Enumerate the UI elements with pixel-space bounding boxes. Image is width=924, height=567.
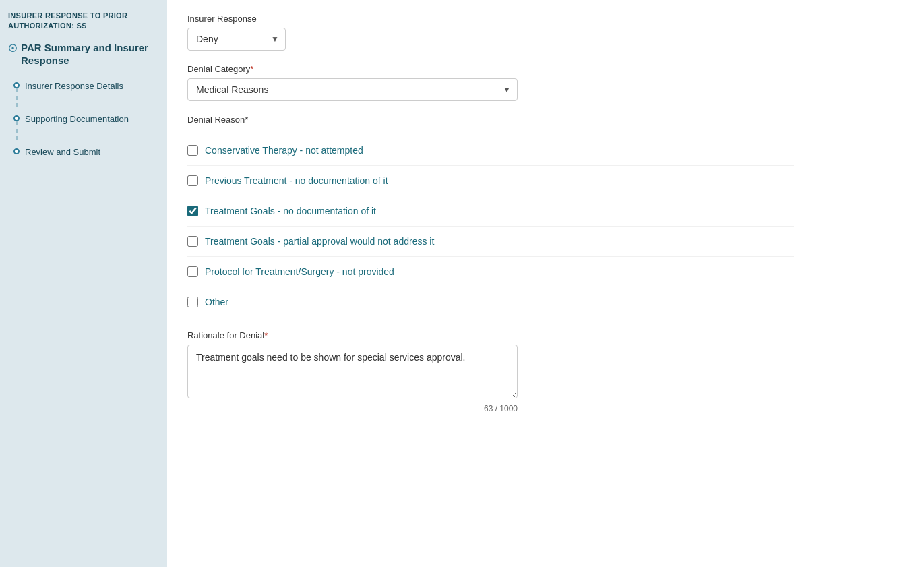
checkbox-label-6[interactable]: Other xyxy=(205,297,228,307)
checkbox-treatment-goals-docs[interactable] xyxy=(187,206,198,216)
sidebar-items-list: Insurer Response Details Supporting Docu… xyxy=(8,77,159,162)
checkbox-label-3[interactable]: Treatment Goals - no documentation of it xyxy=(205,206,376,216)
dot-icon-2 xyxy=(13,115,20,121)
sidebar-item-review-submit[interactable]: Review and Submit xyxy=(13,143,159,162)
checkbox-other[interactable] xyxy=(187,297,198,307)
checkbox-previous-treatment[interactable] xyxy=(187,175,198,186)
checkbox-treatment-goals-partial[interactable] xyxy=(187,236,198,247)
rationale-textarea[interactable]: Treatment goals need to be shown for spe… xyxy=(187,345,518,398)
checkbox-protocol-surgery[interactable] xyxy=(187,266,198,277)
connector-line xyxy=(16,88,18,107)
sidebar-par-summary[interactable]: ☉ PAR Summary and Insurer Response xyxy=(8,41,159,67)
denial-reason-label: Denial Reason* xyxy=(187,115,794,125)
side-line-3 xyxy=(13,146,20,154)
main-content: Insurer Response Deny Approve Partial Ap… xyxy=(167,0,924,567)
checkbox-label-5[interactable]: Protocol for Treatment/Surgery - not pro… xyxy=(205,266,394,277)
sidebar-item-label: Insurer Response Details xyxy=(25,80,123,93)
checkbox-item-6: Other xyxy=(187,287,794,317)
insurer-response-group: Insurer Response Deny Approve Partial Ap… xyxy=(187,13,794,51)
form-section: Insurer Response Deny Approve Partial Ap… xyxy=(187,13,794,413)
sidebar: INSURER RESPONSE TO PRIOR AUTHORIZATION:… xyxy=(0,0,167,567)
denial-category-select-wrapper: Medical Reasons Administrative Reasons O… xyxy=(187,78,518,101)
sidebar-active-section: ☉ PAR Summary and Insurer Response xyxy=(8,41,159,74)
char-count: 63 / 1000 xyxy=(187,404,518,413)
dot-icon xyxy=(13,82,20,88)
required-asterisk-2: * xyxy=(245,115,248,125)
rationale-section: Rationale for Denial* Treatment goals ne… xyxy=(187,330,794,413)
denial-category-select[interactable]: Medical Reasons Administrative Reasons O… xyxy=(187,78,518,101)
connector-line-2 xyxy=(16,121,18,140)
required-asterisk: * xyxy=(250,64,253,74)
dot-icon-3 xyxy=(13,148,20,154)
checkbox-item-5: Protocol for Treatment/Surgery - not pro… xyxy=(187,257,794,287)
insurer-response-select-wrapper: Deny Approve Partial Approve ▼ xyxy=(187,28,286,51)
denial-reason-group: Denial Reason* Conservative Therapy - no… xyxy=(187,115,794,317)
rationale-label: Rationale for Denial* xyxy=(187,330,794,340)
side-line-2 xyxy=(13,113,20,140)
sidebar-item-supporting-documentation[interactable]: Supporting Documentation xyxy=(13,110,159,143)
sidebar-header: INSURER RESPONSE TO PRIOR AUTHORIZATION:… xyxy=(8,11,159,32)
denial-category-label: Denial Category* xyxy=(187,64,794,74)
sidebar-item-label-2: Supporting Documentation xyxy=(25,113,129,126)
checkbox-label-2[interactable]: Previous Treatment - no documentation of… xyxy=(205,175,388,186)
required-asterisk-3: * xyxy=(264,330,268,340)
side-line xyxy=(13,80,20,107)
sidebar-item-label-3: Review and Submit xyxy=(25,146,100,159)
checkbox-item-3: Treatment Goals - no documentation of it xyxy=(187,196,794,227)
checkbox-item-4: Treatment Goals - partial approval would… xyxy=(187,227,794,257)
checkbox-conservative-therapy[interactable] xyxy=(187,145,198,156)
checkbox-item-1: Conservative Therapy - not attempted xyxy=(187,136,794,166)
checkbox-label-4[interactable]: Treatment Goals - partial approval would… xyxy=(205,236,434,247)
checkbox-label-1[interactable]: Conservative Therapy - not attempted xyxy=(205,145,363,156)
insurer-response-label: Insurer Response xyxy=(187,13,794,24)
sidebar-item-insurer-response-details[interactable]: Insurer Response Details xyxy=(13,77,159,110)
checkbox-item-2: Previous Treatment - no documentation of… xyxy=(187,166,794,196)
par-summary-label: PAR Summary and Insurer Response xyxy=(21,41,159,67)
denial-category-group: Denial Category* Medical Reasons Adminis… xyxy=(187,64,794,101)
insurer-response-select[interactable]: Deny Approve Partial Approve xyxy=(187,28,286,51)
checkbox-group: Conservative Therapy - not attempted Pre… xyxy=(187,136,794,317)
circle-icon: ☉ xyxy=(8,42,17,55)
